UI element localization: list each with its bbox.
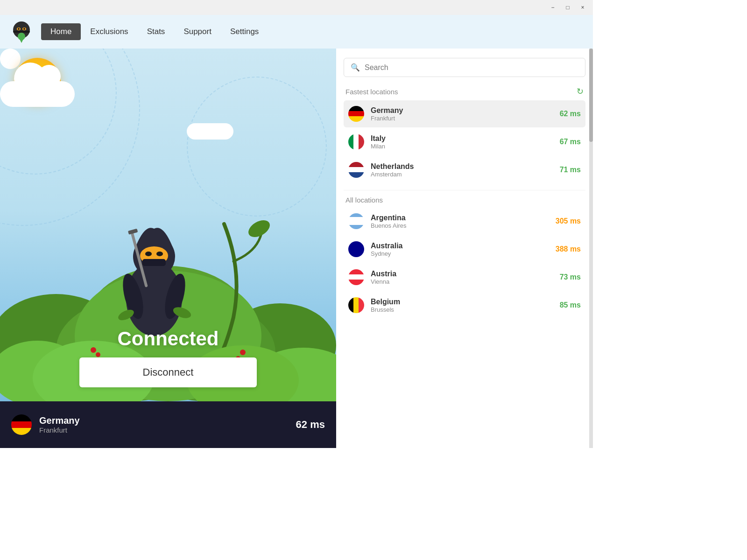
bottom-ping: 62 ms — [296, 419, 325, 431]
location-info-austria: Austria Vienna — [371, 270, 560, 285]
maximize-button[interactable]: □ — [561, 2, 574, 13]
ping-italy: 67 ms — [560, 138, 581, 146]
location-info-germany: Germany Frankfurt — [371, 106, 560, 122]
flag-austria — [348, 269, 364, 285]
ping-belgium: 85 ms — [560, 301, 581, 309]
flag-germany — [348, 106, 364, 122]
search-bar[interactable]: 🔍 — [344, 58, 585, 77]
right-panel: 🔍 Fastest locations ↻ Germany Frankfurt … — [336, 49, 593, 448]
flag-belgium — [348, 297, 364, 313]
connection-status: Connected — [117, 328, 218, 350]
close-button[interactable]: × — [576, 2, 589, 13]
app-container: Home Exclusions Stats Support Settings — [0, 15, 593, 448]
svg-point-19 — [96, 352, 100, 357]
svg-point-4 — [23, 28, 25, 30]
divider — [344, 190, 585, 190]
scrollbar-thumb[interactable] — [589, 49, 593, 142]
country-austria: Austria — [371, 270, 560, 278]
bottom-bar: Germany Frankfurt 62 ms — [0, 401, 336, 448]
cloud-bump2 — [37, 65, 61, 88]
ping-germany: 62 ms — [560, 110, 581, 118]
city-brussels: Brussels — [371, 306, 560, 313]
search-icon: 🔍 — [351, 63, 360, 72]
titlebar: − □ × — [0, 0, 593, 15]
search-input[interactable] — [365, 63, 578, 72]
all-locations-header: All locations — [344, 196, 585, 204]
location-info-netherlands: Netherlands Amsterdam — [371, 162, 560, 178]
svg-point-20 — [240, 350, 246, 355]
tab-support[interactable]: Support — [174, 23, 221, 40]
ping-netherlands: 71 ms — [560, 166, 581, 174]
svg-point-6 — [18, 33, 25, 40]
svg-point-26 — [156, 252, 163, 256]
tab-settings[interactable]: Settings — [221, 23, 268, 40]
svg-point-3 — [18, 28, 20, 30]
svg-rect-27 — [142, 259, 166, 266]
flag-netherlands — [348, 162, 364, 178]
city-frankfurt: Frankfurt — [371, 115, 560, 122]
country-argentina: Argentina — [371, 214, 556, 222]
city-amsterdam: Amsterdam — [371, 171, 560, 178]
flag-italy — [348, 134, 364, 150]
location-info-australia: Australia Sydney — [371, 242, 556, 257]
svg-point-18 — [91, 347, 96, 353]
location-item-italy[interactable]: Italy Milan 67 ms — [344, 128, 585, 155]
location-item-netherlands[interactable]: Netherlands Amsterdam 71 ms — [344, 156, 585, 183]
country-italy: Italy — [371, 134, 560, 143]
refresh-icon[interactable]: ↻ — [577, 86, 584, 97]
city-sydney: Sydney — [371, 250, 556, 257]
location-item-germany[interactable]: Germany Frankfurt 62 ms — [344, 100, 585, 127]
country-australia: Australia — [371, 242, 556, 250]
bottom-location-info: Germany Frankfurt — [39, 415, 296, 434]
left-panel: Connected Disconnect Germany Frankfurt 6… — [0, 49, 336, 448]
minimize-button[interactable]: − — [546, 2, 559, 13]
country-netherlands: Netherlands — [371, 162, 560, 171]
bottom-country: Germany — [39, 415, 296, 426]
svg-point-25 — [145, 252, 152, 256]
app-logo — [9, 20, 34, 44]
flag-argentina — [348, 213, 364, 229]
svg-rect-5 — [13, 31, 30, 33]
city-buenosaires: Buenos Aires — [371, 222, 556, 229]
location-item-argentina[interactable]: Argentina Buenos Aires 305 ms — [344, 208, 585, 235]
ping-austria: 73 ms — [560, 273, 581, 281]
tab-stats[interactable]: Stats — [138, 23, 175, 40]
fastest-locations-title: Fastest locations — [345, 88, 398, 96]
location-item-austria[interactable]: Austria Vienna 73 ms — [344, 264, 585, 291]
country-germany: Germany — [371, 106, 560, 115]
navbar: Home Exclusions Stats Support Settings — [0, 15, 593, 49]
bottom-flag — [11, 414, 32, 435]
bottom-city: Frankfurt — [39, 426, 296, 434]
fastest-locations-header: Fastest locations ↻ — [344, 86, 585, 97]
tab-home[interactable]: Home — [41, 23, 81, 40]
flag-australia — [348, 241, 364, 257]
city-milan: Milan — [371, 143, 560, 150]
country-belgium: Belgium — [371, 298, 560, 306]
location-info-italy: Italy Milan — [371, 134, 560, 150]
ping-argentina: 305 ms — [556, 217, 581, 225]
ping-australia: 388 ms — [556, 245, 581, 253]
tab-exclusions[interactable]: Exclusions — [81, 23, 137, 40]
location-item-australia[interactable]: Australia Sydney 388 ms — [344, 236, 585, 263]
content-area: Connected Disconnect Germany Frankfurt 6… — [0, 49, 593, 448]
city-vienna: Vienna — [371, 278, 560, 285]
location-item-belgium[interactable]: Belgium Brussels 85 ms — [344, 292, 585, 319]
location-info-belgium: Belgium Brussels — [371, 298, 560, 313]
cloud-small — [187, 123, 233, 140]
all-locations-title: All locations — [345, 196, 383, 204]
location-info-argentina: Argentina Buenos Aires — [371, 214, 556, 229]
disconnect-button[interactable]: Disconnect — [79, 357, 257, 387]
